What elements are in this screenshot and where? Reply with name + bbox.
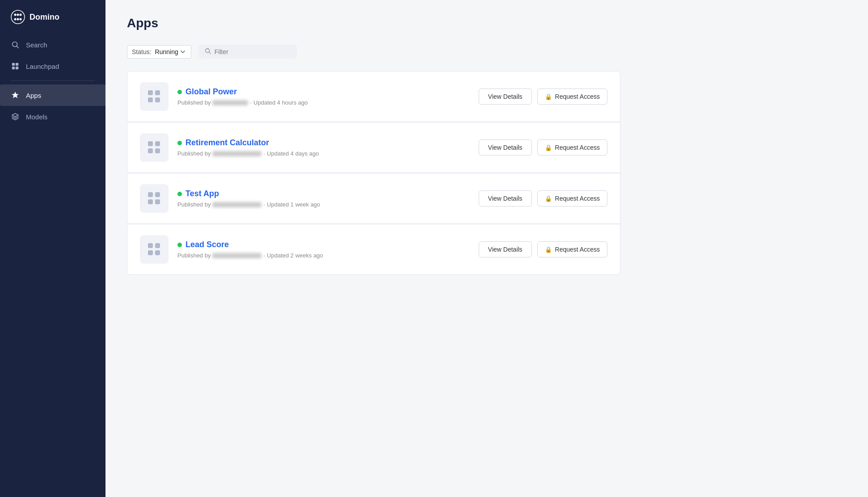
main-content: Apps Status: Running — [105, 0, 868, 497]
app-name-lead-score: Lead Score — [185, 240, 229, 249]
app-actions-global-power: View Details 🔒 Request Access — [479, 88, 607, 105]
app-card-test-app: Test App Published by · Updated 1 week a… — [127, 173, 620, 224]
app-grid-icon — [148, 192, 160, 205]
app-actions-lead-score: View Details 🔒 Request Access — [479, 241, 607, 257]
svg-line-14 — [209, 52, 211, 54]
search-icon — [11, 40, 20, 49]
status-dot-running — [177, 192, 182, 196]
app-card-retirement-calculator: Retirement Calculator Published by · Upd… — [127, 122, 620, 173]
svg-point-6 — [20, 18, 22, 21]
status-dot-running — [177, 141, 182, 145]
request-access-button-lead-score[interactable]: 🔒 Request Access — [537, 241, 607, 257]
app-meta-test-app: Published by · Updated 1 week ago — [177, 201, 470, 208]
models-icon — [11, 112, 20, 121]
app-card-lead-score: Lead Score Published by · Updated 2 week… — [127, 224, 620, 275]
publisher-blurred — [212, 253, 261, 258]
view-details-button-test-app[interactable]: View Details — [479, 190, 532, 206]
sidebar: Domino Search Launchpad Apps Models — [0, 0, 105, 497]
lock-icon: 🔒 — [545, 144, 552, 151]
request-access-button-test-app[interactable]: 🔒 Request Access — [537, 190, 607, 206]
svg-rect-12 — [16, 67, 18, 69]
sidebar-item-search-label: Search — [26, 41, 47, 49]
app-info-global-power: Global Power Published by · Updated 4 ho… — [177, 87, 470, 106]
svg-point-3 — [20, 14, 22, 16]
svg-line-8 — [17, 46, 18, 48]
status-filter-dropdown[interactable]: Status: Running — [127, 45, 191, 59]
app-icon-global-power — [140, 82, 169, 111]
filter-bar: Status: Running — [127, 45, 620, 59]
app-name-retirement-calculator: Retirement Calculator — [185, 138, 269, 147]
svg-point-1 — [14, 14, 17, 16]
logo-text: Domino — [29, 13, 59, 22]
svg-rect-11 — [12, 67, 15, 69]
app-icon-test-app — [140, 184, 169, 213]
app-name-test-app: Test App — [185, 189, 219, 198]
publisher-blurred — [212, 100, 248, 105]
app-icon-retirement-calculator — [140, 133, 169, 162]
sidebar-item-search[interactable]: Search — [0, 34, 105, 55]
domino-logo-icon — [11, 10, 25, 24]
lock-icon: 🔒 — [545, 93, 552, 100]
publisher-blurred — [212, 202, 261, 207]
svg-point-4 — [14, 18, 17, 21]
app-icon-lead-score — [140, 235, 169, 264]
view-details-button-global-power[interactable]: View Details — [479, 88, 532, 105]
svg-rect-10 — [16, 63, 18, 66]
sidebar-item-apps[interactable]: Apps — [0, 84, 105, 106]
page-title: Apps — [127, 16, 620, 30]
filter-input[interactable] — [215, 48, 286, 55]
app-actions-test-app: View Details 🔒 Request Access — [479, 190, 607, 206]
status-value: Running — [155, 48, 178, 55]
app-grid-icon — [148, 90, 160, 103]
app-card-global-power: Global Power Published by · Updated 4 ho… — [127, 71, 620, 122]
svg-point-5 — [17, 18, 19, 21]
sidebar-item-models-label: Models — [26, 113, 47, 121]
svg-point-2 — [17, 14, 19, 16]
request-access-button-global-power[interactable]: 🔒 Request Access — [537, 88, 607, 105]
app-meta-lead-score: Published by · Updated 2 weeks ago — [177, 252, 470, 259]
sidebar-item-launchpad[interactable]: Launchpad — [0, 55, 105, 77]
svg-point-0 — [11, 10, 25, 24]
lock-icon: 🔒 — [545, 195, 552, 202]
app-grid-icon — [148, 243, 160, 256]
app-meta-global-power: Published by · Updated 4 hours ago — [177, 99, 470, 106]
apps-list: Global Power Published by · Updated 4 ho… — [127, 71, 620, 275]
view-details-button-lead-score[interactable]: View Details — [479, 241, 532, 257]
app-grid-icon — [148, 141, 160, 154]
sidebar-item-models[interactable]: Models — [0, 106, 105, 127]
chevron-down-icon — [180, 49, 186, 55]
grid-icon — [11, 62, 20, 71]
app-info-test-app: Test App Published by · Updated 1 week a… — [177, 189, 470, 208]
view-details-button-retirement-calculator[interactable]: View Details — [479, 139, 532, 156]
app-info-retirement-calculator: Retirement Calculator Published by · Upd… — [177, 138, 470, 157]
sidebar-item-launchpad-label: Launchpad — [26, 63, 59, 70]
publisher-blurred — [212, 151, 261, 156]
apps-icon — [11, 91, 20, 100]
app-name-global-power: Global Power — [185, 87, 237, 97]
filter-search-icon — [205, 48, 211, 55]
status-dot-running — [177, 90, 182, 94]
filter-input-wrap[interactable] — [198, 45, 297, 59]
app-info-lead-score: Lead Score Published by · Updated 2 week… — [177, 240, 470, 259]
sidebar-item-apps-label: Apps — [26, 92, 41, 99]
app-meta-retirement-calculator: Published by · Updated 4 days ago — [177, 150, 470, 157]
status-dot-running — [177, 243, 182, 247]
app-actions-retirement-calculator: View Details 🔒 Request Access — [479, 139, 607, 156]
lock-icon: 🔒 — [545, 246, 552, 253]
request-access-button-retirement-calculator[interactable]: 🔒 Request Access — [537, 139, 607, 156]
sidebar-divider — [11, 80, 95, 81]
status-label: Status: — [132, 48, 152, 55]
logo[interactable]: Domino — [0, 0, 105, 34]
svg-rect-9 — [12, 63, 15, 66]
